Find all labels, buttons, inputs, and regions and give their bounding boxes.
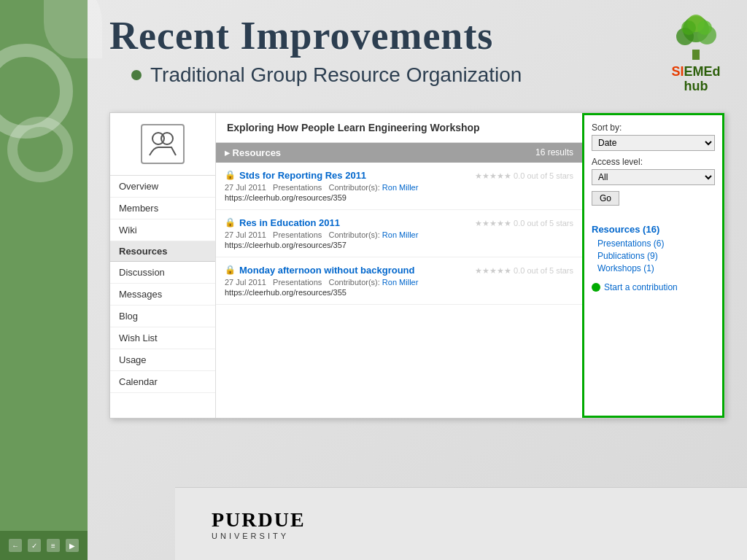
svg-point-6 (697, 20, 712, 35)
resources-count: 16 results (535, 147, 573, 158)
left-sidebar: ← ✓ ≡ ▶ (0, 0, 88, 560)
subtitle-text: Traditional Group Resource Organization (150, 63, 522, 87)
contribution-label: Start a contribution (604, 282, 678, 292)
resource-name-1: Stds for Reporting Res 2011 (239, 170, 366, 181)
footer: PURDUE UNIVERSITY NSF (175, 487, 747, 560)
green-dot-icon (592, 283, 600, 292)
purdue-subtitle: UNIVERSITY (212, 532, 306, 540)
publications-filter[interactable]: Publications (9) (592, 251, 715, 261)
svg-point-5 (681, 20, 696, 35)
resource-name-3: Monday afternoon without background (239, 265, 415, 276)
purdue-name: PURDUE (212, 508, 306, 532)
svg-rect-0 (692, 50, 700, 60)
content-panel: Exploring How People Learn Engineering W… (216, 113, 582, 418)
nav-wiki[interactable]: Wiki (110, 219, 215, 241)
resource-title-3[interactable]: 🔒 Monday afternoon without background (225, 265, 415, 276)
lock-icon-3: 🔒 (225, 265, 236, 275)
right-filter-panel: Sort by: Date Access level: All Go Resou… (582, 113, 724, 418)
menu-button[interactable]: ≡ (47, 539, 60, 552)
go-button[interactable]: Go (592, 191, 619, 206)
rating-3: ★★★★★ 0.0 out of 5 stars (475, 266, 573, 276)
slide-title: Recent Improvements (109, 15, 522, 58)
resource-url-3: https://cleerhub.org/resources/355 (225, 288, 573, 297)
resources-summary: Resources (16) Presentations (6) Publica… (592, 224, 715, 273)
users-icon (148, 130, 177, 158)
resource-item-3: 🔒 Monday afternoon without background ★★… (216, 257, 582, 305)
lock-icon-1: 🔒 (225, 170, 236, 180)
slide-header: Recent Improvements Traditional Group Re… (88, 0, 747, 101)
nav-panel: Overview Members Wiki Resources Discussi… (110, 113, 216, 418)
nav-usage[interactable]: Usage (110, 349, 215, 371)
bullet-point (131, 70, 142, 80)
workshop-title: Exploring How People Learn Engineering W… (216, 113, 582, 143)
avatar-area (110, 113, 215, 176)
resource-url-1: https://cleerhub.org/resources/359 (225, 193, 573, 202)
logo-text-part1: S (671, 64, 680, 79)
avatar-icon (141, 124, 185, 164)
nav-blog[interactable]: Blog (110, 306, 215, 327)
resource-title-2[interactable]: 🔒 Res in Education 2011 (225, 217, 340, 228)
logo-text-part2: I (680, 64, 684, 79)
resource-item-1: 🔒 Stds for Reporting Res 2011 ★★★★★ 0.0 … (216, 163, 582, 210)
play-button[interactable]: ▶ (66, 539, 79, 552)
rating-1: ★★★★★ 0.0 out of 5 stars (475, 171, 573, 181)
access-select[interactable]: All (592, 169, 715, 185)
logo-tree-svg (667, 15, 725, 62)
resource-url-2: https://cleerhub.org/resources/357 (225, 241, 573, 249)
resources-summary-title: Resources (16) (592, 224, 715, 235)
main-content: Recent Improvements Traditional Group Re… (88, 0, 747, 560)
access-level-label: Access level: (592, 157, 715, 167)
resource-meta-1: 27 Jul 2011 Presentations Contributor(s)… (225, 183, 573, 192)
sort-select[interactable]: Date (592, 135, 715, 151)
bottom-toolbar: ← ✓ ≡ ▶ (0, 531, 88, 560)
sieemed-logo: SIEMEdhub (667, 15, 725, 94)
nav-wishlist[interactable]: Wish List (110, 327, 215, 349)
check-button[interactable]: ✓ (28, 539, 41, 552)
resources-bar-label: ▸ Resources (225, 147, 281, 158)
resource-meta-row-2: 🔒 Res in Education 2011 ★★★★★ 0.0 out of… (225, 217, 573, 230)
title-area: Recent Improvements Traditional Group Re… (109, 15, 522, 87)
resource-meta-2: 27 Jul 2011 Presentations Contributor(s)… (225, 230, 573, 239)
resource-title-1[interactable]: 🔒 Stds for Reporting Res 2011 (225, 170, 366, 181)
svg-point-8 (161, 133, 173, 144)
nav-members[interactable]: Members (110, 198, 215, 219)
nav-calendar[interactable]: Calendar (110, 371, 215, 393)
resource-meta-row-3: 🔒 Monday afternoon without background ★★… (225, 265, 573, 278)
resource-item-2: 🔒 Res in Education 2011 ★★★★★ 0.0 out of… (216, 210, 582, 257)
sort-by-label: Sort by: (592, 122, 715, 133)
purdue-logo: PURDUE UNIVERSITY (212, 508, 306, 540)
resource-meta-3: 27 Jul 2011 Presentations Contributor(s)… (225, 278, 573, 287)
nav-messages[interactable]: Messages (110, 284, 215, 306)
nav-discussion[interactable]: Discussion (110, 262, 215, 284)
rating-2: ★★★★★ 0.0 out of 5 stars (475, 219, 573, 228)
presentations-filter[interactable]: Presentations (6) (592, 238, 715, 249)
nav-resources-header: Resources (110, 241, 215, 262)
start-contribution[interactable]: Start a contribution (592, 282, 715, 292)
nav-overview[interactable]: Overview (110, 176, 215, 198)
back-button[interactable]: ← (9, 539, 22, 552)
lock-icon-2: 🔒 (225, 217, 236, 228)
sidebar-leaf-decoration (44, 0, 102, 58)
resource-name-2: Res in Education 2011 (239, 217, 340, 228)
workshops-filter[interactable]: Workshops (1) (592, 263, 715, 273)
logo-text: SIEMEdhub (667, 65, 725, 94)
slide-subtitle: Traditional Group Resource Organization (131, 63, 522, 87)
resources-bar: ▸ Resources 16 results (216, 143, 582, 163)
sidebar-circle2 (7, 117, 73, 182)
resource-meta-row-1: 🔒 Stds for Reporting Res 2011 ★★★★★ 0.0 … (225, 170, 573, 183)
screenshot-container: Overview Members Wiki Resources Discussi… (109, 112, 725, 419)
